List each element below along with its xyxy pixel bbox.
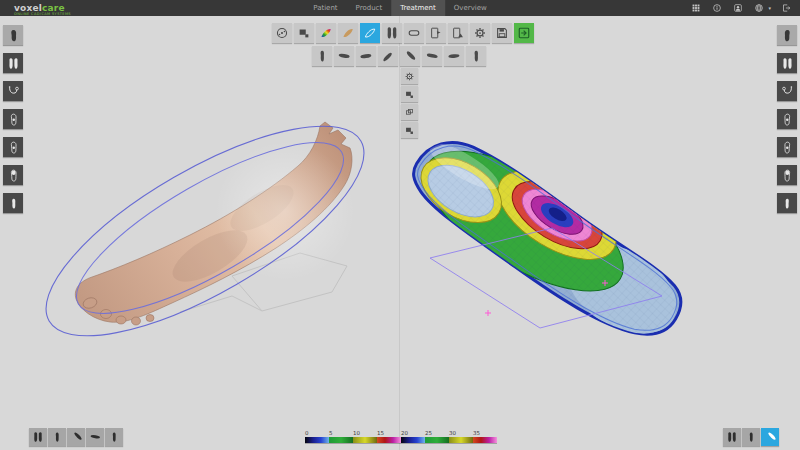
copy-object-button[interactable] [294, 23, 314, 43]
pressure-scale-segment [449, 437, 473, 443]
bl-feet-pair-button[interactable] [29, 428, 47, 446]
scale-tick: 25 [425, 430, 449, 437]
left-foot-marker-2-button[interactable] [3, 137, 23, 157]
scale-tick: 20 [401, 430, 425, 437]
brand-logo: voxelcare ONLINE CAD/CAM SYSTEMS [14, 2, 71, 19]
right-foot-zones-button[interactable] [777, 165, 797, 185]
foot-3d-model [75, 122, 355, 325]
br-foot-front-button[interactable] [742, 428, 760, 446]
tab-overview[interactable]: Overview [445, 0, 496, 16]
export-button[interactable] [514, 23, 534, 43]
duplicate-layers-button[interactable] [401, 86, 418, 102]
right-foot-marker-button[interactable] [777, 109, 797, 129]
pressure-scale-segment [473, 437, 497, 443]
right-foot-marker-2-button[interactable] [777, 137, 797, 157]
logout-icon[interactable] [781, 3, 792, 14]
view-insole-side-mid-button[interactable] [422, 46, 442, 66]
left-tool-sidebar [3, 25, 23, 213]
bl-foot-diagonal-button[interactable] [67, 428, 85, 446]
pressure-scale-strip [305, 437, 497, 443]
left-foot-sole-button[interactable] [3, 25, 23, 45]
apps-grid-icon[interactable] [691, 3, 702, 14]
bl-foot-front-button[interactable] [48, 428, 66, 446]
object-with-square-button[interactable] [401, 122, 418, 138]
topbar-icon-group: ▾ [691, 0, 792, 16]
settings-gear-button[interactable] [470, 23, 490, 43]
right-feet-pair-button[interactable] [777, 53, 797, 73]
chevron-down-icon[interactable]: ▾ [768, 5, 771, 11]
insole-pressure-colors-button[interactable] [316, 23, 336, 43]
left-foot-marker-button[interactable] [3, 109, 23, 129]
feet-pair-button[interactable] [382, 23, 402, 43]
insole-wireframe-button[interactable] [360, 23, 380, 43]
left-foot-slim-button[interactable] [3, 193, 23, 213]
milling-block-button[interactable] [404, 23, 424, 43]
pressure-scale-segment [401, 437, 425, 443]
voxelcare-app: { "brand": { "name_primary": "voxel", "n… [0, 0, 800, 450]
br-feet-pair-button[interactable] [723, 428, 741, 446]
br-foot-diagonal-button[interactable] [761, 428, 779, 446]
right-foot-measure-button[interactable] [777, 81, 797, 101]
save-button[interactable] [492, 23, 512, 43]
bl-foot-profile-button[interactable] [86, 428, 104, 446]
view-angle-toolbar [312, 46, 486, 66]
view-insole-diagonal-down-button[interactable] [400, 46, 420, 66]
settings-gear-small-button[interactable] [401, 68, 418, 84]
scale-tick: 15 [377, 430, 401, 437]
left-viewport-foot-scan[interactable] [0, 16, 400, 450]
view-insole-side-thin-button[interactable] [444, 46, 464, 66]
insole-material-button[interactable] [338, 23, 358, 43]
pressure-scale-segment [305, 437, 329, 443]
side-tool-column [401, 68, 418, 138]
scale-tick: 10 [353, 430, 377, 437]
tab-product[interactable]: Product [347, 0, 392, 16]
right-view-mode-buttons [723, 428, 779, 446]
view-insole-side-flat-button[interactable] [334, 46, 354, 66]
scale-tick: 30 [449, 430, 473, 437]
tab-patient[interactable]: Patient [304, 0, 346, 16]
right-viewport-insole-design[interactable] [400, 16, 800, 450]
pressure-scale-segment [329, 437, 353, 443]
left-foot-measure-button[interactable] [3, 81, 23, 101]
scale-tick: 5 [329, 430, 353, 437]
right-foot-sole-button[interactable] [777, 25, 797, 45]
user-account-icon[interactable] [733, 3, 744, 14]
bl-foot-front-2-button[interactable] [105, 428, 123, 446]
main-nav-tabs: Patient Product Treatment Overview [304, 0, 496, 16]
right-tool-sidebar [777, 25, 797, 213]
scale-tick: 35 [473, 430, 497, 437]
insole-3d-model [400, 110, 711, 363]
view-insole-front-button[interactable] [312, 46, 332, 66]
left-view-mode-buttons [29, 428, 123, 446]
brand-tagline: ONLINE CAD/CAM SYSTEMS [14, 11, 71, 18]
pressure-scale-ticks: 0 5 10 15 20 25 30 35 [305, 430, 497, 437]
pressure-scale-segment [425, 437, 449, 443]
tab-treatment[interactable]: Treatment [391, 0, 445, 16]
info-icon[interactable] [712, 3, 723, 14]
document-mill-button[interactable] [448, 23, 468, 43]
top-app-bar: voxelcare ONLINE CAD/CAM SYSTEMS Patient… [0, 0, 800, 16]
view-insole-top-button[interactable] [466, 46, 486, 66]
left-feet-pair-button[interactable] [3, 53, 23, 73]
right-foot-slim-button[interactable] [777, 193, 797, 213]
view-insole-diagonal-up-button[interactable] [378, 46, 398, 66]
document-flag-button[interactable] [426, 23, 446, 43]
orbit-disc-button[interactable] [272, 23, 292, 43]
duplicate-layers-outline-button[interactable] [401, 104, 418, 120]
viewport-divider [399, 16, 400, 450]
pressure-color-scale: 0 5 10 15 20 25 30 35 [305, 430, 497, 443]
pressure-scale-segment [353, 437, 377, 443]
view-insole-side-low-button[interactable] [356, 46, 376, 66]
scale-tick: 0 [305, 430, 329, 437]
pressure-scale-segment [377, 437, 401, 443]
language-globe-icon[interactable] [754, 3, 765, 14]
left-foot-zones-button[interactable] [3, 165, 23, 185]
main-toolbar [272, 23, 534, 43]
